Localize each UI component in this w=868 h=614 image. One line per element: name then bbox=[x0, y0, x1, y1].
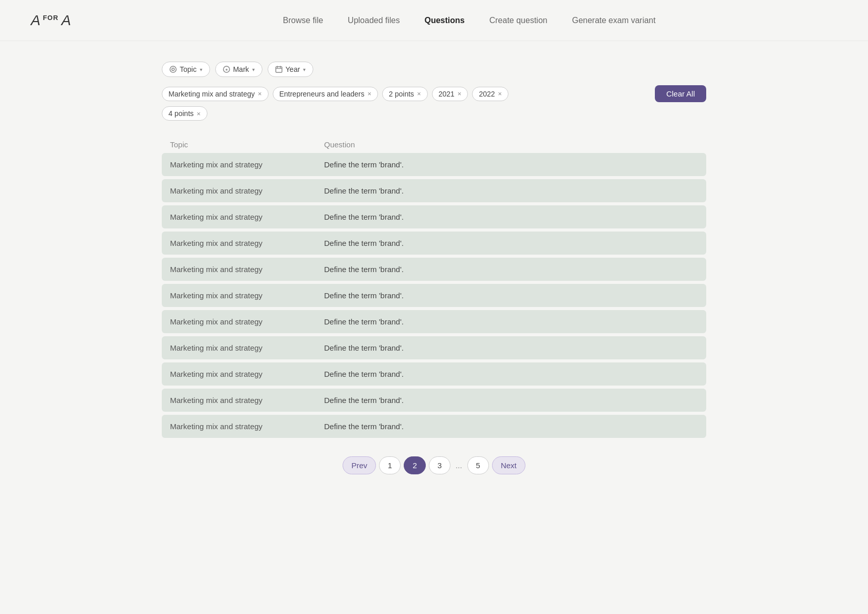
filter-tag-entrepreneurs: Entrepreneurs and leaders × bbox=[273, 87, 378, 101]
logo-text: A FOR A bbox=[31, 12, 70, 28]
filter-tag-2021: 2021 × bbox=[432, 87, 468, 101]
table-row[interactable]: Marketing mix and strategy Define the te… bbox=[162, 205, 706, 228]
mark-icon: ★ bbox=[223, 66, 230, 73]
main-nav: Browse file Uploaded files Questions Cre… bbox=[101, 16, 837, 25]
topic-chevron-icon: ▾ bbox=[200, 67, 202, 72]
filter-tag-entrepreneurs-remove[interactable]: × bbox=[367, 90, 371, 97]
table-row[interactable]: Marketing mix and strategy Define the te… bbox=[162, 362, 706, 386]
topic-cell: Marketing mix and strategy bbox=[170, 422, 324, 431]
question-cell: Define the term 'brand'. bbox=[324, 422, 698, 431]
filter-tag-2points-label: 2 points bbox=[389, 90, 414, 98]
filter-tag-4points: 4 points × bbox=[162, 106, 207, 121]
main-content: Topic ▾ ★ Mark ▾ Year bbox=[152, 41, 716, 495]
year-filter-button[interactable]: Year ▾ bbox=[268, 62, 313, 77]
clear-all-button[interactable]: Clear All bbox=[655, 85, 706, 102]
filter-tag-2022-remove[interactable]: × bbox=[498, 90, 502, 97]
topic-filter-label: Topic bbox=[180, 65, 197, 73]
nav-generate-exam[interactable]: Generate exam variant bbox=[572, 16, 656, 25]
question-cell: Define the term 'brand'. bbox=[324, 160, 698, 169]
col-question-header: Question bbox=[324, 140, 698, 149]
topic-icon bbox=[169, 66, 177, 73]
year-filter-label: Year bbox=[286, 65, 300, 73]
svg-point-0 bbox=[170, 66, 176, 72]
table-row[interactable]: Marketing mix and strategy Define the te… bbox=[162, 258, 706, 281]
topic-cell: Marketing mix and strategy bbox=[170, 370, 324, 378]
question-cell: Define the term 'brand'. bbox=[324, 265, 698, 274]
logo: A FOR A bbox=[31, 12, 70, 29]
filter-tag-marketing-remove[interactable]: × bbox=[258, 90, 262, 97]
topic-cell: Marketing mix and strategy bbox=[170, 186, 324, 195]
filter-tag-2022-label: 2022 bbox=[479, 90, 495, 98]
year-icon bbox=[275, 66, 282, 73]
svg-text:★: ★ bbox=[225, 68, 228, 71]
filter-tag-marketing: Marketing mix and strategy × bbox=[162, 87, 269, 101]
question-cell: Define the term 'brand'. bbox=[324, 239, 698, 247]
filter-bar: Topic ▾ ★ Mark ▾ Year bbox=[162, 62, 706, 77]
filter-tag-2points-remove[interactable]: × bbox=[417, 90, 421, 97]
table-row[interactable]: Marketing mix and strategy Define the te… bbox=[162, 415, 706, 438]
table-row[interactable]: Marketing mix and strategy Define the te… bbox=[162, 310, 706, 333]
header: A FOR A Browse file Uploaded files Quest… bbox=[0, 0, 868, 41]
table-body: Marketing mix and strategy Define the te… bbox=[162, 153, 706, 438]
page-3-button[interactable]: 3 bbox=[429, 456, 450, 474]
col-topic-header: Topic bbox=[170, 140, 324, 149]
filter-tag-2021-label: 2021 bbox=[439, 90, 455, 98]
page-2-button[interactable]: 2 bbox=[404, 456, 425, 474]
year-chevron-icon: ▾ bbox=[303, 67, 306, 72]
nav-browse-file[interactable]: Browse file bbox=[283, 16, 323, 25]
question-cell: Define the term 'brand'. bbox=[324, 396, 698, 405]
topic-filter-button[interactable]: Topic ▾ bbox=[162, 62, 210, 77]
pagination: Prev 1 2 3 ... 5 Next bbox=[162, 456, 706, 474]
table-row[interactable]: Marketing mix and strategy Define the te… bbox=[162, 336, 706, 359]
next-button[interactable]: Next bbox=[492, 456, 525, 474]
prev-button[interactable]: Prev bbox=[343, 456, 376, 474]
nav-uploaded-files[interactable]: Uploaded files bbox=[348, 16, 400, 25]
mark-filter-label: Mark bbox=[233, 65, 249, 73]
question-cell: Define the term 'brand'. bbox=[324, 186, 698, 195]
question-cell: Define the term 'brand'. bbox=[324, 291, 698, 300]
nav-create-question[interactable]: Create question bbox=[489, 16, 548, 25]
active-filters-row2: 4 points × bbox=[162, 106, 706, 121]
filter-tag-marketing-label: Marketing mix and strategy bbox=[168, 90, 255, 98]
filter-tag-entrepreneurs-label: Entrepreneurs and leaders bbox=[279, 90, 365, 98]
nav-questions[interactable]: Questions bbox=[425, 16, 465, 25]
filter-tag-2022: 2022 × bbox=[472, 87, 508, 101]
active-filters-row1: Marketing mix and strategy × Entrepreneu… bbox=[162, 85, 706, 102]
page-5-button[interactable]: 5 bbox=[467, 456, 489, 474]
question-cell: Define the term 'brand'. bbox=[324, 370, 698, 378]
table-row[interactable]: Marketing mix and strategy Define the te… bbox=[162, 153, 706, 176]
mark-chevron-icon: ▾ bbox=[252, 67, 255, 72]
table-row[interactable]: Marketing mix and strategy Define the te… bbox=[162, 284, 706, 307]
page-dots: ... bbox=[454, 461, 464, 470]
topic-cell: Marketing mix and strategy bbox=[170, 291, 324, 300]
table-row[interactable]: Marketing mix and strategy Define the te… bbox=[162, 389, 706, 412]
filter-tag-4points-label: 4 points bbox=[168, 109, 194, 118]
question-cell: Define the term 'brand'. bbox=[324, 213, 698, 221]
topic-cell: Marketing mix and strategy bbox=[170, 317, 324, 326]
svg-point-1 bbox=[172, 68, 175, 71]
topic-cell: Marketing mix and strategy bbox=[170, 239, 324, 247]
filter-tag-2points: 2 points × bbox=[382, 87, 428, 101]
filter-tag-2021-remove[interactable]: × bbox=[458, 90, 462, 97]
question-cell: Define the term 'brand'. bbox=[324, 317, 698, 326]
table-row[interactable]: Marketing mix and strategy Define the te… bbox=[162, 232, 706, 255]
topic-cell: Marketing mix and strategy bbox=[170, 265, 324, 274]
topic-cell: Marketing mix and strategy bbox=[170, 396, 324, 405]
svg-rect-4 bbox=[276, 67, 282, 72]
page-1-button[interactable]: 1 bbox=[379, 456, 401, 474]
mark-filter-button[interactable]: ★ Mark ▾ bbox=[215, 62, 262, 77]
question-cell: Define the term 'brand'. bbox=[324, 343, 698, 352]
filter-tag-4points-remove[interactable]: × bbox=[197, 110, 201, 117]
topic-cell: Marketing mix and strategy bbox=[170, 343, 324, 352]
table-header: Topic Question bbox=[162, 136, 706, 153]
topic-cell: Marketing mix and strategy bbox=[170, 160, 324, 169]
topic-cell: Marketing mix and strategy bbox=[170, 213, 324, 221]
table-row[interactable]: Marketing mix and strategy Define the te… bbox=[162, 179, 706, 202]
